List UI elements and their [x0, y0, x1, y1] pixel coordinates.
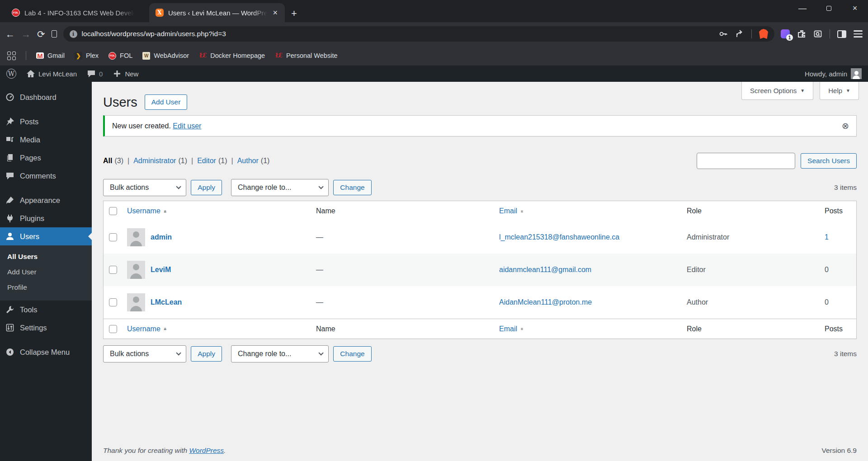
admin-avatar[interactable] — [851, 68, 862, 79]
role-filter-item[interactable]: Administrator(1) — [133, 157, 197, 165]
column-header-email[interactable]: Email ▲▼ — [499, 207, 687, 215]
column-footer-username[interactable]: Username ▲▼ — [127, 325, 316, 333]
sidebar-item-settings[interactable]: Settings — [0, 319, 92, 337]
username-link[interactable]: LeviM — [151, 266, 171, 274]
bookmark-docker-homepage[interactable]: ŁƐ Docker Homepage — [199, 52, 265, 60]
select-all-checkbox[interactable] — [109, 325, 117, 333]
add-user-button[interactable]: Add User — [145, 94, 188, 110]
email-link[interactable]: l_mclean215318@fanshaweonline.ca — [499, 233, 687, 241]
sidebar-item-collapse-menu[interactable]: Collapse Menu — [0, 343, 92, 361]
admin-bar-site-name[interactable]: Levi McLean — [26, 69, 77, 78]
browser-tab-lab4[interactable]: FOL Lab 4 - INFO-3163 CMS Web Develop — [5, 3, 141, 22]
sidebar-item-users[interactable]: Users — [0, 227, 92, 245]
filter-label[interactable]: Administrator — [133, 157, 176, 165]
search-tabs-icon[interactable] — [813, 29, 822, 38]
sidebar-item-posts[interactable]: Posts — [0, 113, 92, 131]
bookmark-plex[interactable]: ❯ Plex — [75, 52, 99, 60]
brave-shields-icon[interactable] — [759, 29, 768, 39]
search-users-button[interactable]: Search Users — [801, 153, 857, 169]
bookmark-webadvisor[interactable]: W WebAdvisor — [142, 52, 189, 60]
users-submenu-item[interactable]: All Users — [0, 249, 92, 264]
minimize-button[interactable]: — — [789, 0, 816, 16]
admin-bar-new[interactable]: New — [113, 69, 138, 78]
success-notice: New user created. Edit user ⊗ — [103, 115, 857, 136]
howdy-label[interactable]: Howdy, admin — [805, 70, 847, 78]
sidebar-item-media[interactable]: Media — [0, 131, 92, 149]
change-role-select[interactable]: Change role to... — [231, 345, 329, 362]
close-tab-icon[interactable]: × — [272, 9, 278, 17]
forward-icon[interactable]: → — [21, 29, 31, 39]
row-checkbox[interactable] — [109, 266, 117, 274]
sidebar-item-label: Dashboard — [20, 93, 92, 102]
sidebar-item-tools[interactable]: Tools — [0, 301, 92, 319]
row-checkbox[interactable] — [109, 233, 117, 241]
change-button[interactable]: Change — [333, 180, 371, 195]
sidebar-item-appearance[interactable]: Appearance — [0, 191, 92, 209]
bookmark-icon[interactable] — [52, 30, 57, 38]
posts-count-cell[interactable]: 1 — [825, 233, 856, 241]
sidebar-item-pages[interactable]: Pages — [0, 149, 92, 167]
screen-options-button[interactable]: Screen Options ▼ — [741, 82, 813, 100]
change-role-select[interactable]: Change role to... — [231, 179, 329, 196]
admin-bar-comments[interactable]: 0 — [87, 69, 103, 78]
menu-icon[interactable] — [854, 30, 863, 37]
reload-icon[interactable]: ⟳ — [37, 29, 45, 39]
username-link[interactable]: LMcLean — [151, 298, 182, 306]
bulk-actions-select[interactable]: Bulk actions — [103, 345, 186, 362]
back-icon[interactable]: ← — [5, 29, 15, 39]
sidebar-item-label: Comments — [20, 172, 92, 180]
users-submenu-item[interactable]: Add User — [0, 264, 92, 280]
bookmark-personal-website[interactable]: ŁƐ Personal Website — [275, 52, 337, 60]
url-text[interactable]: localhost/wordpress/wp-admin/users.php?i… — [82, 30, 714, 38]
filter-label[interactable]: Editor — [197, 157, 216, 165]
restore-button[interactable] — [816, 0, 842, 16]
users-submenu-item[interactable]: Profile — [0, 280, 92, 295]
bookmark-fol[interactable]: FOL FOL — [108, 52, 132, 60]
new-label: New — [125, 70, 138, 78]
close-window-button[interactable]: × — [842, 0, 868, 16]
bulk-actions-select[interactable]: Bulk actions — [103, 179, 186, 196]
wordpress-logo-icon[interactable]: W — [6, 69, 16, 79]
sidebar-item-comments[interactable]: Comments — [0, 167, 92, 185]
username-link[interactable]: admin — [151, 233, 172, 241]
email-link[interactable]: AidanMclean111@proton.me — [499, 298, 687, 306]
new-tab-button[interactable]: + — [291, 9, 297, 19]
site-info-icon[interactable]: i — [70, 30, 77, 38]
filter-label[interactable]: All — [103, 157, 112, 165]
row-checkbox[interactable] — [109, 298, 117, 306]
column-header-username[interactable]: Username ▲▼ — [127, 207, 316, 215]
extensions-puzzle-icon[interactable] — [797, 29, 806, 38]
sidebar-toggle-icon[interactable] — [837, 30, 846, 38]
change-button[interactable]: Change — [333, 346, 371, 362]
sidebar-item-plugins[interactable]: Plugins — [0, 209, 92, 227]
divider — [26, 51, 26, 60]
edit-user-link[interactable]: Edit user — [173, 122, 201, 130]
role-filter-item[interactable]: All(3) — [103, 157, 133, 165]
apps-grid-icon[interactable] — [7, 52, 16, 60]
search-users-input[interactable] — [697, 153, 795, 169]
apply-button[interactable]: Apply — [191, 346, 222, 362]
password-key-icon[interactable] — [719, 29, 728, 38]
column-header-name: Name — [316, 207, 499, 215]
address-bar[interactable]: i localhost/wordpress/wp-admin/users.php… — [63, 26, 774, 42]
column-footer-email[interactable]: Email ▲▼ — [499, 325, 687, 333]
role-filter-item[interactable]: Author(1) — [237, 157, 270, 165]
wordpress-link[interactable]: WordPress — [189, 447, 224, 454]
posts-count-cell[interactable]: 0 — [825, 266, 856, 274]
posts-count-cell[interactable]: 0 — [825, 298, 856, 306]
filter-label[interactable]: Author — [237, 157, 259, 165]
share-icon[interactable] — [735, 29, 744, 38]
wallet-icon[interactable]: 1 — [781, 29, 790, 38]
sidebar-item-dashboard[interactable]: Dashboard — [0, 88, 92, 106]
users-icon — [5, 232, 14, 241]
role-filter-item[interactable]: Editor(1) — [197, 157, 237, 165]
email-link[interactable]: aidanmclean111@gmail.com — [499, 266, 687, 274]
name-cell: — — [316, 233, 499, 241]
dismiss-notice-icon[interactable]: ⊗ — [842, 122, 849, 130]
help-button[interactable]: Help ▼ — [820, 82, 859, 100]
select-all-checkbox[interactable] — [109, 207, 117, 215]
items-count: 3 items — [834, 183, 857, 192]
bookmark-gmail[interactable]: M Gmail — [36, 52, 65, 59]
apply-button[interactable]: Apply — [191, 180, 222, 195]
browser-tab-wordpress-users[interactable]: X Users ‹ Levi McLean — WordPres × — [149, 3, 285, 22]
